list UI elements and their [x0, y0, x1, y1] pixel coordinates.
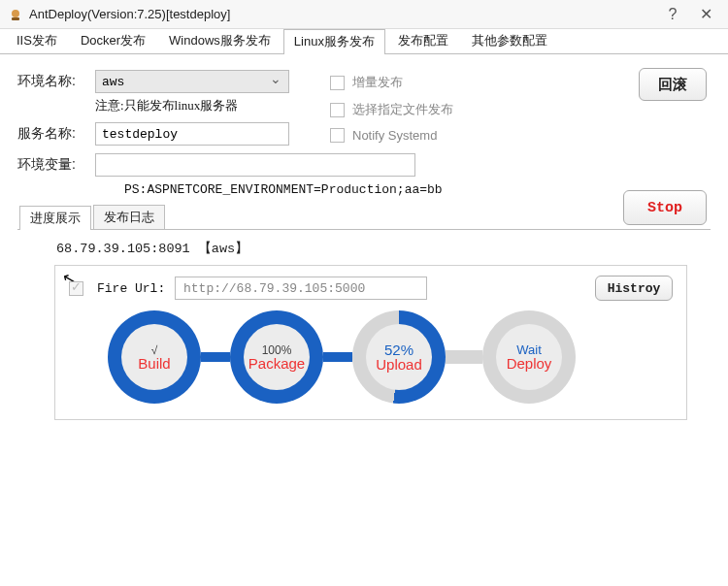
host-line: 68.79.39.105:8091 【aws】 [56, 240, 695, 257]
service-input[interactable] [95, 122, 289, 146]
connector [323, 352, 352, 362]
option-label: 增量发布 [352, 74, 403, 91]
tab-linux[interactable]: Linux服务发布 [283, 29, 385, 54]
app-icon [8, 7, 23, 22]
subtab-log[interactable]: 发布日志 [93, 205, 165, 229]
stage-upload: 52% Upload [352, 310, 446, 404]
option-label: Notify Systemd [352, 128, 437, 143]
body-area: 回滚 Stop 增量发布 选择指定文件发布 Notify Systemd 环境名… [0, 54, 728, 420]
close-button[interactable]: ✕ [691, 1, 720, 28]
svg-rect-1 [12, 17, 19, 20]
fire-checkbox[interactable] [69, 281, 83, 296]
envvar-input[interactable] [95, 153, 415, 177]
stage-name: Package [248, 355, 305, 372]
service-label: 服务名称: [17, 125, 95, 143]
stage-build: √ Build [108, 310, 201, 404]
connector [201, 352, 230, 362]
tab-docker[interactable]: Docker发布 [70, 28, 156, 53]
option-incremental[interactable]: 增量发布 [330, 74, 453, 91]
tab-pubcfg[interactable]: 发布配置 [387, 28, 459, 53]
svg-point-0 [12, 10, 19, 17]
option-notify-systemd[interactable]: Notify Systemd [330, 128, 453, 143]
history-button[interactable]: Histroy [595, 276, 673, 301]
window-title: AntDeploy(Version:7.25)[testdeploy] [29, 7, 654, 21]
connector [446, 350, 482, 364]
stage-package: 100% Package [230, 310, 323, 404]
titlebar: AntDeploy(Version:7.25)[testdeploy] ? ✕ [0, 0, 728, 29]
option-select-files[interactable]: 选择指定文件发布 [330, 101, 453, 118]
checkbox-icon [330, 103, 345, 117]
env-label: 环境名称: [17, 73, 95, 90]
help-button[interactable]: ? [658, 1, 687, 28]
stop-button[interactable]: Stop [623, 190, 707, 225]
tab-iis[interactable]: IIS发布 [6, 28, 68, 53]
option-label: 选择指定文件发布 [352, 101, 453, 118]
pipeline: √ Build 100% Package 52% [108, 310, 673, 404]
stage-name: Build [138, 355, 170, 372]
checkbox-icon [330, 128, 345, 143]
stage-name: Upload [376, 356, 422, 373]
tab-winsvc[interactable]: Windows服务发布 [158, 28, 281, 53]
main-tabs: IIS发布 Docker发布 Windows服务发布 Linux服务发布 发布配… [0, 29, 728, 54]
checkbox-icon [330, 76, 345, 90]
fire-url-input[interactable] [175, 277, 427, 300]
stage-name: Deploy [507, 355, 552, 372]
stage-deploy: Wait Deploy [482, 310, 576, 404]
env-select[interactable] [95, 70, 289, 93]
sub-tabs: 进度展示 发布日志 [17, 205, 711, 230]
tab-othercfg[interactable]: 其他参数配置 [461, 28, 558, 53]
fire-label: Fire Url: [97, 281, 175, 296]
progress-panel: 68.79.39.105:8091 【aws】 Fire Url: Histro… [17, 230, 711, 420]
subtab-progress[interactable]: 进度展示 [19, 206, 91, 230]
envvar-label: 环境变量: [17, 156, 95, 174]
options-column: 增量发布 选择指定文件发布 Notify Systemd [330, 74, 453, 152]
deploy-box: Fire Url: Histroy √ Build 100% [54, 265, 687, 420]
rollback-button[interactable]: 回滚 [639, 68, 707, 101]
